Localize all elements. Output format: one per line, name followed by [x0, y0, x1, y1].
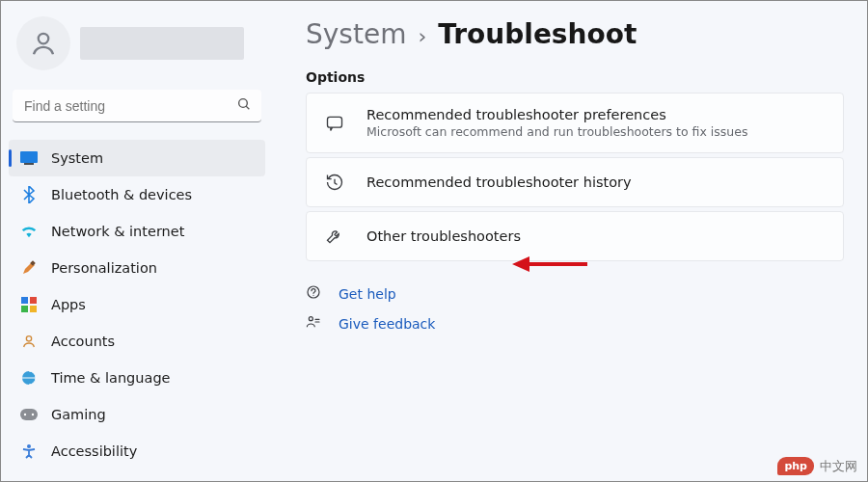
svg-point-14	[32, 414, 34, 415]
svg-point-1	[239, 99, 248, 108]
card-recommended-history[interactable]: Recommended troubleshooter history	[306, 157, 844, 207]
search-input[interactable]	[13, 90, 261, 122]
apps-icon	[20, 296, 38, 313]
card-recommended-preferences[interactable]: Recommended troubleshooter preferences M…	[306, 93, 844, 153]
sidebar-item-label: Bluetooth & devices	[51, 187, 192, 202]
paintbrush-icon	[20, 259, 38, 277]
sidebar-item-label: Time & language	[51, 370, 171, 386]
sidebar-item-label: System	[51, 150, 103, 166]
give-feedback-link[interactable]: Give feedback	[306, 314, 844, 333]
svg-rect-4	[24, 163, 34, 165]
globe-clock-icon	[20, 369, 38, 387]
card-title: Other troubleshooters	[366, 228, 826, 244]
sidebar-item-accessibility[interactable]: Accessibility	[9, 433, 265, 469]
help-icon	[306, 284, 323, 303]
history-icon	[324, 172, 345, 193]
sidebar-item-personalization[interactable]: Personalization	[9, 250, 265, 286]
svg-rect-8	[21, 306, 28, 312]
chevron-right-icon: ›	[418, 24, 426, 48]
watermark: php 中文网	[777, 457, 857, 475]
sidebar-item-label: Accounts	[51, 334, 115, 349]
svg-line-2	[246, 106, 249, 109]
nav-list: System Bluetooth & devices Network & int…	[9, 140, 265, 469]
svg-rect-12	[20, 409, 38, 420]
sidebar-item-label: Personalization	[51, 260, 157, 276]
svg-point-10	[26, 336, 31, 341]
sidebar-item-apps[interactable]: Apps	[9, 286, 265, 323]
link-label: Give feedback	[339, 316, 435, 332]
wifi-icon	[20, 223, 38, 240]
sidebar-item-label: Gaming	[51, 407, 106, 422]
card-other-troubleshooters[interactable]: Other troubleshooters	[306, 211, 844, 261]
avatar	[16, 16, 70, 70]
svg-point-15	[27, 444, 31, 448]
sidebar-item-network[interactable]: Network & internet	[9, 213, 265, 250]
watermark-text: 中文网	[820, 458, 857, 475]
svg-rect-3	[20, 151, 38, 163]
search-box[interactable]	[13, 90, 261, 122]
main-content: System › Troubleshoot Options Recommende…	[273, 13, 867, 481]
person-icon	[29, 29, 58, 58]
sidebar-item-accounts[interactable]: Accounts	[9, 323, 265, 360]
svg-rect-6	[21, 297, 28, 304]
breadcrumb: System › Troubleshoot	[306, 18, 844, 50]
system-icon	[20, 149, 38, 167]
accessibility-icon	[20, 442, 38, 460]
svg-point-13	[24, 414, 26, 415]
accounts-icon	[20, 333, 38, 350]
breadcrumb-parent[interactable]: System	[306, 18, 406, 50]
svg-point-17	[308, 286, 319, 298]
feedback-icon	[306, 314, 323, 333]
svg-point-18	[309, 317, 312, 321]
gaming-icon	[20, 406, 38, 423]
wrench-icon	[324, 226, 345, 247]
svg-rect-7	[30, 297, 37, 304]
search-icon	[236, 96, 252, 116]
chat-icon	[324, 113, 345, 134]
card-title: Recommended troubleshooter history	[366, 174, 826, 190]
sidebar-item-label: Network & internet	[51, 224, 184, 239]
sidebar-item-label: Accessibility	[51, 443, 137, 459]
section-label: Options	[306, 69, 844, 85]
sidebar: System Bluetooth & devices Network & int…	[1, 13, 273, 481]
link-label: Get help	[339, 286, 396, 302]
watermark-badge: php	[777, 457, 814, 475]
svg-rect-9	[30, 306, 37, 312]
sidebar-item-bluetooth[interactable]: Bluetooth & devices	[9, 176, 265, 213]
profile-name-placeholder	[80, 27, 244, 60]
get-help-link[interactable]: Get help	[306, 284, 844, 303]
bluetooth-icon	[20, 186, 38, 203]
svg-point-0	[39, 34, 49, 44]
page-title: Troubleshoot	[438, 18, 637, 50]
sidebar-item-time-language[interactable]: Time & language	[9, 360, 265, 396]
card-title: Recommended troubleshooter preferences	[366, 107, 826, 122]
footer-links: Get help Give feedback	[306, 284, 844, 333]
sidebar-item-system[interactable]: System	[9, 140, 265, 176]
card-subtitle: Microsoft can recommend and run troubles…	[366, 124, 826, 139]
profile-block[interactable]	[9, 13, 265, 84]
sidebar-item-label: Apps	[51, 297, 86, 312]
sidebar-item-gaming[interactable]: Gaming	[9, 396, 265, 433]
svg-rect-16	[328, 117, 342, 127]
